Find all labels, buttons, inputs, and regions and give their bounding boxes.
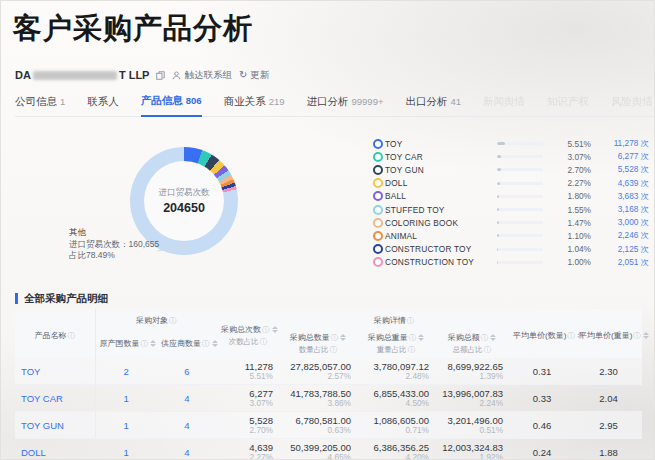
- origin-count-link[interactable]: 1: [95, 385, 157, 412]
- product-link[interactable]: DOLL: [15, 439, 95, 460]
- tab-label: 新闻舆情: [483, 95, 525, 109]
- legend-count: 11,278 次: [591, 138, 649, 149]
- purchase-products-table: 产品名称ⓘ 采购对象ⓘ 采购总次数ⓘ 次数占比ⓘ 采购详情ⓘ 平均单价(数量)ⓘ: [15, 309, 642, 460]
- col-header-total-amount[interactable]: 采购总额ⓘ 总额占比ⓘ: [435, 328, 509, 358]
- info-icon[interactable]: ⓘ: [407, 316, 415, 325]
- legend-item-constructor-toy[interactable]: CONSTRUCTOR TOY1.04%2,125 次: [373, 243, 649, 256]
- legend-percent: 1.04%: [547, 244, 591, 254]
- legend-item-coloring-book[interactable]: COLORING BOOK1.47%3,000 次: [373, 216, 649, 229]
- legend-item-animal[interactable]: ANIMAL1.10%2,246 次: [373, 229, 649, 242]
- company-name-suffix: T LLP: [119, 69, 150, 81]
- tab-产品信息[interactable]: 产品信息806: [141, 94, 202, 117]
- product-link[interactable]: TOY GUN: [15, 412, 95, 439]
- tab-进口分析[interactable]: 进口分析99999+: [307, 95, 384, 116]
- table-row-toy: TOY2611,2785.51%27,825,057.002.57%3,780,…: [15, 358, 642, 385]
- tab-count: 99999+: [352, 96, 384, 107]
- avg-price-weight: 1.88: [575, 439, 642, 460]
- legend-item-toy-gun[interactable]: TOY GUN2.70%5,528 次: [373, 163, 649, 176]
- copy-company-name-button[interactable]: [156, 71, 165, 80]
- legend-dot-icon: [373, 244, 383, 254]
- legend-percent: 1.80%: [547, 191, 591, 201]
- tab-风险舆情[interactable]: 风险舆情: [611, 95, 653, 116]
- contact-group-button[interactable]: 触达联系组: [172, 69, 232, 82]
- col-header-avg-price-weight[interactable]: 平均单价(重量)ⓘ: [575, 309, 642, 358]
- tab-知识产权[interactable]: 知识产权: [547, 95, 589, 116]
- page-title: 客户采购产品分析: [13, 9, 253, 49]
- sort-icon[interactable]: [150, 340, 156, 347]
- info-icon[interactable]: ⓘ: [409, 333, 417, 342]
- legend-percent: 3.07%: [547, 152, 591, 162]
- cell-percent: 4.65%: [285, 453, 351, 460]
- col-header-origin-count[interactable]: 原产国数量ⓘ: [95, 328, 157, 358]
- tab-出口分析[interactable]: 出口分析41: [405, 95, 461, 116]
- cell-percent: 0.63%: [285, 426, 351, 435]
- legend-dot-icon: [373, 191, 383, 201]
- legend-item-stuffed-toy[interactable]: STUFFED TOY1.55%3,168 次: [373, 203, 649, 216]
- refresh-button[interactable]: ↻ 更新: [239, 69, 269, 82]
- supplier-count-link[interactable]: 4: [157, 412, 217, 439]
- origin-count-link[interactable]: 1: [95, 439, 157, 460]
- tab-count: 1: [60, 96, 65, 107]
- company-name: DA T LLP: [15, 69, 149, 81]
- info-icon[interactable]: ⓘ: [260, 337, 268, 346]
- sort-icon[interactable]: [643, 332, 649, 339]
- cell-percent: 3.86%: [285, 399, 351, 408]
- legend-item-doll[interactable]: DOLL2.27%4,639 次: [373, 177, 649, 190]
- supplier-count-link[interactable]: 4: [157, 439, 217, 460]
- tab-count: 41: [450, 96, 461, 107]
- info-icon[interactable]: ⓘ: [484, 345, 492, 354]
- tab-label: 进口分析: [307, 95, 349, 109]
- sort-icon[interactable]: [340, 334, 346, 341]
- origin-count-link[interactable]: 1: [95, 412, 157, 439]
- product-link[interactable]: TOY CAR: [15, 385, 95, 412]
- info-icon[interactable]: ⓘ: [68, 331, 76, 340]
- cell-percent: 0.51%: [441, 426, 503, 435]
- legend-item-toy-car[interactable]: TOY CAR3.07%6,277 次: [373, 150, 649, 163]
- info-icon[interactable]: ⓘ: [331, 333, 339, 342]
- sort-icon[interactable]: [490, 334, 496, 341]
- info-icon[interactable]: ⓘ: [262, 325, 270, 334]
- sort-icon[interactable]: [272, 326, 278, 333]
- legend-item-ball[interactable]: BALL1.80%3,683 次: [373, 190, 649, 203]
- legend-count: 3,168 次: [591, 204, 649, 215]
- info-icon[interactable]: ⓘ: [567, 331, 575, 340]
- legend-ratio-bar: [497, 142, 543, 145]
- info-icon[interactable]: ⓘ: [169, 316, 177, 325]
- info-icon[interactable]: ⓘ: [633, 331, 641, 340]
- info-icon[interactable]: ⓘ: [408, 345, 416, 354]
- legend-dot-icon: [373, 165, 383, 175]
- legend-item-construction-toy[interactable]: CONSTRUCTION TOY1.00%2,051 次: [373, 256, 649, 269]
- col-header-avg-price-qty[interactable]: 平均单价(数量)ⓘ: [509, 309, 575, 358]
- tab-联系人[interactable]: 联系人: [87, 95, 119, 116]
- info-icon[interactable]: ⓘ: [330, 345, 338, 354]
- product-link[interactable]: TOY: [15, 358, 95, 385]
- legend-percent: 1.47%: [547, 218, 591, 228]
- col-header-total-times[interactable]: 采购总次数ⓘ 次数占比ⓘ: [217, 309, 279, 358]
- avg-price-qty: 0.31: [509, 358, 575, 385]
- info-icon[interactable]: ⓘ: [481, 333, 489, 342]
- sort-icon[interactable]: [212, 340, 218, 347]
- supplier-count-link[interactable]: 6: [157, 358, 217, 385]
- legend-ratio-bar: [497, 248, 543, 251]
- legend-dot-icon: [373, 257, 383, 267]
- legend-item-toy[interactable]: TOY5.51%11,278 次: [373, 137, 649, 150]
- avg-price-qty: 0.46: [509, 412, 575, 439]
- sort-icon[interactable]: [418, 334, 424, 341]
- col-header-total-qty[interactable]: 采购总数量ⓘ 数量占比ⓘ: [279, 328, 357, 358]
- avg-price-weight: 2.04: [575, 385, 642, 412]
- origin-count-link[interactable]: 2: [95, 358, 157, 385]
- col-header-total-weight[interactable]: 采购总重量ⓘ 重量占比ⓘ: [357, 328, 435, 358]
- supplier-count-link[interactable]: 4: [157, 385, 217, 412]
- tab-商业关系[interactable]: 商业关系219: [224, 95, 285, 116]
- company-name-redacted: [33, 71, 117, 80]
- tab-新闻舆情[interactable]: 新闻舆情: [483, 95, 525, 116]
- legend-ratio-bar: [497, 182, 543, 185]
- cell-percent: 2.24%: [441, 399, 503, 408]
- info-icon[interactable]: ⓘ: [202, 339, 210, 348]
- info-icon[interactable]: ⓘ: [141, 339, 149, 348]
- legend-count: 2,125 次: [591, 244, 649, 255]
- tab-公司信息[interactable]: 公司信息1: [15, 95, 65, 116]
- cell-percent: 3.07%: [223, 399, 273, 408]
- col-header-supplier-count[interactable]: 供应商数量ⓘ: [157, 328, 217, 358]
- chart-tooltip: 其他 进口贸易次数：160,655 占比78.49%: [69, 227, 159, 262]
